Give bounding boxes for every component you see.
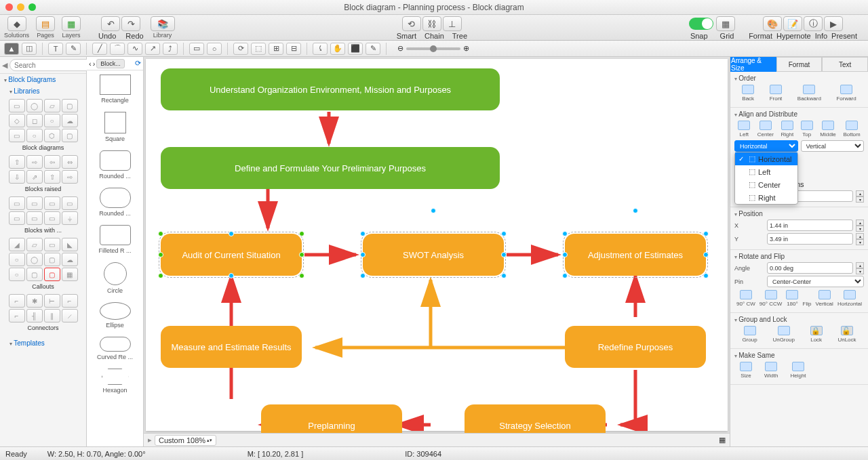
block-preplanning[interactable]: Preplanning: [261, 404, 402, 433]
order-forward[interactable]: Forward: [836, 85, 856, 102]
rotate-180[interactable]: 180°: [786, 290, 798, 307]
line-tool[interactable]: ╱: [92, 43, 107, 55]
palette-blocks-with[interactable]: ▭▭▭▭ ▭▭▭⏚: [4, 196, 82, 225]
ungroup-button[interactable]: UnGroup: [772, 326, 794, 343]
tree-block-diagrams[interactable]: Block Diagrams: [0, 74, 86, 85]
rotate-90ccw[interactable]: 90° CCW: [760, 290, 782, 307]
rotate-90cw[interactable]: 90° CW: [736, 290, 755, 307]
makesame-height[interactable]: Height: [790, 362, 806, 379]
shape-circle[interactable]: Circle: [87, 258, 143, 298]
align-top[interactable]: Top: [801, 121, 813, 138]
align-bottom[interactable]: Bottom: [843, 121, 860, 138]
hypernote-button[interactable]: 📝: [783, 16, 802, 31]
order-front[interactable]: Front: [770, 85, 783, 102]
layers-button[interactable]: ▦: [62, 16, 81, 31]
connector-tool[interactable]: ↗: [145, 43, 160, 55]
zoom-level-select[interactable]: Custom 108%▴▾: [155, 435, 216, 446]
shape-curved-re[interactable]: Curved Re ...: [87, 333, 143, 364]
arc-tool[interactable]: ⌒: [110, 43, 125, 55]
rotate-tool[interactable]: ⟳: [233, 43, 248, 55]
distribute-h-dropdown[interactable]: ⬚Horizontal ⬚Left ⬚Center ⬚Right: [734, 152, 798, 205]
chain-button[interactable]: ⛓: [422, 16, 441, 31]
distribute-opt-center[interactable]: ⬚Center: [735, 178, 797, 191]
spline-tool[interactable]: ∿: [127, 43, 142, 55]
stencil-forward-icon[interactable]: ›: [93, 60, 96, 68]
shape-rectangle[interactable]: Rectangle: [87, 70, 143, 108]
tree-templates[interactable]: Templates: [0, 337, 86, 349]
stencil-refresh-icon[interactable]: ⟳: [135, 59, 141, 68]
eyedropper-tool[interactable]: ⤹: [313, 43, 328, 55]
tab-text[interactable]: Text: [822, 57, 868, 72]
crop-tool[interactable]: ⬛: [348, 43, 363, 55]
canvas-menu-icon[interactable]: ▦: [719, 436, 726, 444]
pin-select[interactable]: Center-Center: [767, 276, 864, 287]
minimize-window-button[interactable]: [17, 3, 24, 11]
section-order-header[interactable]: Order: [734, 75, 864, 82]
shape-rounded-2[interactable]: Rounded ...: [87, 184, 143, 221]
hand-tool[interactable]: ✋: [330, 43, 345, 55]
bezier-tool[interactable]: ⤴: [163, 43, 178, 55]
block-swot[interactable]: SWOT Analysis: [363, 234, 504, 276]
palette-callouts[interactable]: ◢▱▭◣ ○◯▢☁ ○▢▢▦: [4, 238, 82, 281]
note-tool[interactable]: ✎: [66, 43, 81, 55]
distribute-opt-left[interactable]: ⬚Left: [735, 165, 797, 178]
flip-vertical[interactable]: Vertical: [816, 290, 833, 307]
makesame-width[interactable]: Width: [764, 362, 778, 379]
close-window-button[interactable]: [5, 3, 13, 11]
x-stepper[interactable]: ▴▾: [856, 219, 864, 231]
shape-square[interactable]: Square: [87, 108, 143, 146]
angle-field[interactable]: [767, 262, 853, 274]
grid-button[interactable]: ▦: [716, 16, 735, 31]
pointer-tool[interactable]: ▲: [4, 43, 19, 55]
solutions-button[interactable]: ◆: [7, 16, 26, 31]
section-rotate-header[interactable]: Rotate and Flip: [734, 253, 864, 260]
text-tool[interactable]: T: [48, 43, 63, 55]
group-tool[interactable]: ⬚: [251, 43, 266, 55]
flip-horizontal[interactable]: Horizontal: [837, 290, 862, 307]
align-right[interactable]: Right: [781, 121, 793, 138]
stencil-breadcrumb[interactable]: Block...: [96, 59, 125, 68]
position-x-field[interactable]: [767, 219, 853, 231]
align-middle[interactable]: Middle: [820, 121, 836, 138]
height-stepper[interactable]: ▴▾: [856, 190, 864, 202]
distribute-tool[interactable]: ⊟: [286, 43, 301, 55]
order-back[interactable]: Back: [742, 85, 754, 102]
zoom-in-icon[interactable]: ⊕: [463, 44, 469, 53]
palette-connectors[interactable]: ⌐✱⊢⌐ ⌐╢∥⟋: [4, 294, 82, 322]
zoom-out-icon[interactable]: ⊖: [397, 44, 403, 53]
block-strategy[interactable]: Strategy Selection: [465, 404, 606, 433]
align-tool[interactable]: ⊞: [269, 43, 283, 55]
palette-blocks-raised[interactable]: ⇧⇨⇦⇔ ⇩⇗⇧⇨: [4, 155, 82, 184]
format-panel-button[interactable]: 🎨: [763, 16, 782, 31]
library-button[interactable]: 📚: [151, 16, 175, 31]
shape-filleted[interactable]: Filleted R ...: [87, 221, 143, 258]
position-y-field[interactable]: [767, 233, 853, 245]
shape-rounded-1[interactable]: Rounded ...: [87, 146, 143, 184]
distribute-opt-right[interactable]: ⬚Right: [735, 191, 797, 204]
section-makesame-header[interactable]: Make Same: [734, 352, 864, 359]
redo-button[interactable]: ↷: [121, 16, 140, 31]
block-measure[interactable]: Measure and Estimate Results: [161, 326, 302, 368]
fill-tool[interactable]: ✎: [366, 43, 380, 55]
present-button[interactable]: ▶: [824, 16, 843, 31]
distribute-h-select[interactable]: Horizontal: [734, 140, 798, 152]
distribute-opt-horizontal[interactable]: ⬚Horizontal: [735, 152, 797, 165]
makesame-size[interactable]: Size: [740, 362, 752, 379]
collapse-icon[interactable]: ◀: [2, 61, 7, 70]
section-position-header[interactable]: Position: [734, 210, 864, 217]
align-center[interactable]: Center: [757, 121, 774, 138]
tab-arrange-size[interactable]: Arrange & Size: [730, 57, 776, 72]
block-understand[interactable]: Understand Organization Environment, Mis…: [161, 68, 500, 110]
block-define[interactable]: Define and Formulate Your Preliminary Pu…: [161, 147, 500, 189]
group-button[interactable]: Group: [742, 326, 757, 343]
ellipse-tool[interactable]: ○: [207, 43, 222, 55]
y-stepper[interactable]: ▴▾: [856, 233, 864, 245]
distribute-v-select[interactable]: Vertical: [801, 140, 865, 152]
pages-button[interactable]: ▤: [36, 16, 55, 31]
lock-button[interactable]: 🔒Lock: [810, 326, 823, 343]
info-button[interactable]: ⓘ: [804, 16, 823, 31]
tree-button[interactable]: ⊥: [443, 16, 462, 31]
block-audit[interactable]: Audit of Current Situation: [161, 234, 302, 276]
order-backward[interactable]: Backward: [797, 85, 821, 102]
section-align-header[interactable]: Align and Distribute: [734, 110, 864, 118]
